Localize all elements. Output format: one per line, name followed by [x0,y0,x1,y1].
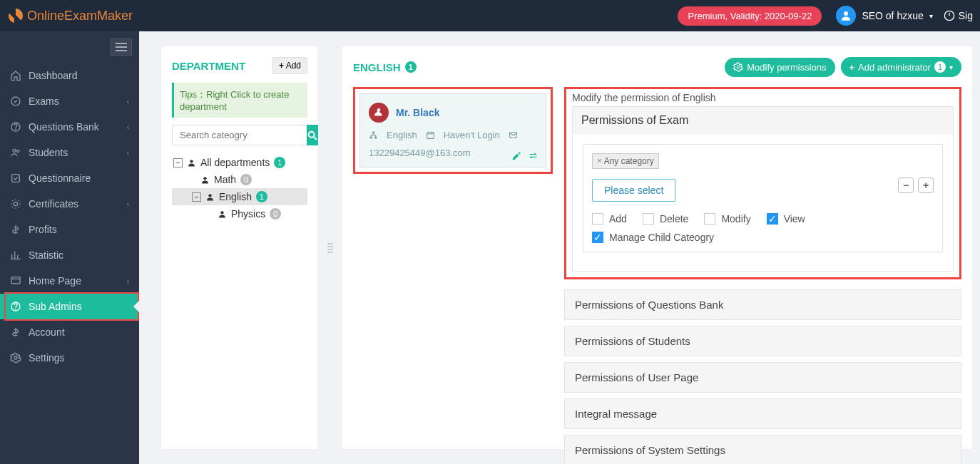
nav-label: Questionnaire [29,172,91,184]
avatar [836,6,856,26]
svg-point-7 [17,150,19,152]
nav-profits[interactable]: Profits [0,217,139,242]
svg-rect-26 [427,133,434,139]
tree-label: Physics [231,208,265,220]
modify-permission-title: Modify the permission of English [572,92,954,103]
tree-physics[interactable]: Physics 0 [172,205,307,222]
tree-math[interactable]: Math 0 [172,171,307,188]
svg-point-9 [14,202,17,205]
nav-label: Certificates [29,198,78,210]
category-block: × Any category Please select − + [583,144,943,252]
expand-all-icon[interactable]: + [918,177,934,193]
perm-section-questions-bank[interactable]: Permissions of Questions Bank [564,289,961,320]
add-department-button[interactable]: + Add [272,57,307,74]
permission-highlight: Modify the permission of English Permiss… [564,87,961,279]
nav-home-page[interactable]: Home Page‹ [0,268,139,294]
tree-english[interactable]: − English 1 [172,188,307,205]
perm-section-students[interactable]: Permissions of Students [564,326,961,356]
calendar-icon [426,130,435,140]
checkbox[interactable] [643,213,654,225]
sign-label: Sig [959,10,973,21]
nav-questionnaire[interactable]: Questionnaire [0,165,139,191]
nav-students[interactable]: Students‹ [0,140,139,165]
svg-point-18 [203,177,206,180]
edit-icon[interactable] [511,150,522,161]
remove-tag-icon[interactable]: × [597,156,602,166]
svg-rect-8 [12,175,20,182]
department-panel: DEPARTMENT + Add Tips：Right Click to cre… [160,46,319,450]
collapse-all-icon[interactable]: − [898,177,914,193]
svg-rect-25 [374,137,377,139]
sidebar-toggle[interactable] [111,38,132,56]
category-tag[interactable]: × Any category [592,153,659,169]
resize-handle[interactable] [327,46,333,450]
user-menu[interactable]: SEO of hzxue ▾ [836,6,932,26]
perm-modify[interactable]: Modify [704,213,750,225]
tree-label: English [219,191,252,202]
nav-label: Dashboard [29,70,78,81]
chevron-left-icon: ‹ [127,277,129,285]
count-badge: 1 [256,191,267,202]
chevron-left-icon: ‹ [127,200,129,208]
checkbox[interactable] [704,213,715,225]
tree-all-departments[interactable]: − All departments 1 [172,154,307,171]
chevron-left-icon: ‹ [127,98,129,105]
nav-label: Questions Bank [29,121,99,133]
nav-settings[interactable]: Settings [0,345,139,371]
perm-section-user-page[interactable]: Permissions of User Page [564,362,961,393]
nav-questions-bank[interactable]: Questions Bank‹ [0,114,139,140]
nav-dashboard[interactable]: Dashboard [0,63,139,88]
nav-label: Students [29,147,68,158]
nav-sub-admins[interactable]: Sub Admins [0,294,139,319]
search-input[interactable] [172,125,307,145]
svg-point-6 [13,149,16,152]
checkbox-checked[interactable]: ✓ [592,232,603,243]
department-title: DEPARTMENT [172,60,245,72]
count-badge: 1 [405,61,417,73]
nav-certificates[interactable]: Certificates‹ [0,191,139,217]
admin-card[interactable]: Mr. Black English Haven't Login 13229425… [359,93,546,167]
logo[interactable]: OnlineExamMaker [7,7,133,24]
transfer-icon[interactable] [528,150,539,161]
svg-point-20 [220,211,223,214]
collapse-icon[interactable]: − [192,192,201,202]
chevron-left-icon: ‹ [127,149,129,157]
checkbox-checked[interactable]: ✓ [767,213,778,225]
chevron-down-icon: ▾ [949,63,953,71]
checkbox[interactable] [592,213,603,225]
perm-manage-child[interactable]: ✓Manage Child Cateogry [592,232,714,243]
perm-delete[interactable]: Delete [643,213,688,225]
perm-section-settings[interactable]: Permissions of System Settings [564,435,961,464]
svg-rect-10 [11,277,20,284]
perm-view[interactable]: ✓View [767,213,805,225]
chevron-down-icon: ▾ [929,12,933,20]
count-badge: 0 [240,174,252,185]
nav-exams[interactable]: Exams‹ [0,88,139,114]
admin-dept: English [387,130,417,140]
add-administrator-button[interactable]: +Add administrator 1 ▾ [841,57,961,77]
admin-avatar [369,103,389,123]
svg-point-15 [309,131,315,137]
nav-label: Sub Admins [29,301,82,312]
nav-label: Statistic [29,249,63,261]
section-header[interactable]: Permissions of Exam [573,107,953,134]
svg-point-21 [737,66,740,68]
perm-add[interactable]: Add [592,213,627,225]
nav-account[interactable]: Account [0,319,139,345]
collapse-icon[interactable]: − [173,158,183,167]
sign-button[interactable]: Sig [944,10,973,21]
main-panel: ENGLISH 1 Modify permissions +Add admini… [342,46,973,450]
sitemap-icon [369,130,378,140]
admin-login: Haven't Login [444,130,500,140]
svg-point-19 [208,194,211,197]
search-button[interactable] [307,125,318,145]
count-badge: 1 [274,157,285,168]
nav-label: Home Page [29,275,81,287]
please-select-button[interactable]: Please select [592,179,675,202]
admin-name: Mr. Black [396,107,439,118]
header: OnlineExamMaker Premium, Validity: 2020-… [0,0,980,31]
perm-section-integral[interactable]: Integral message [564,398,961,429]
modify-permissions-button[interactable]: Modify permissions [725,58,834,77]
premium-badge[interactable]: Premium, Validity: 2020-09-22 [678,6,822,26]
nav-statistic[interactable]: Statistic [0,242,139,268]
